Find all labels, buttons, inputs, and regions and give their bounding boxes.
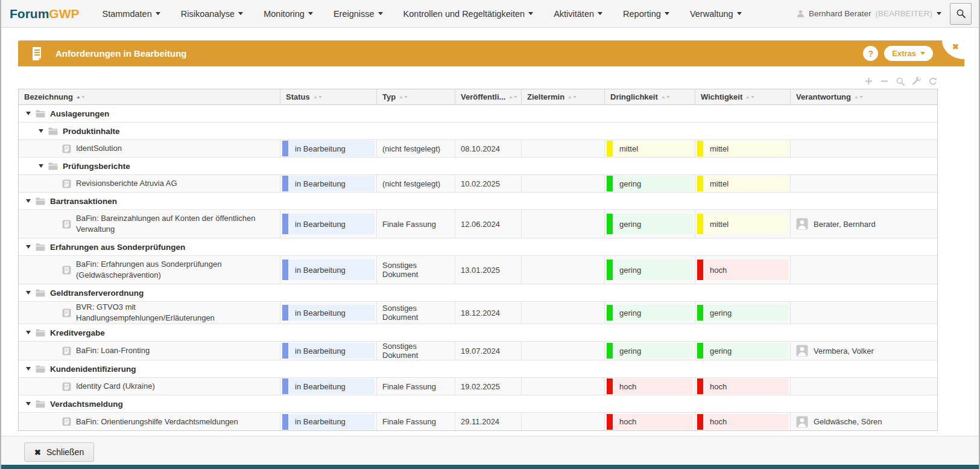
group-row[interactable]: Auslagerungen [19,105,937,123]
wichtigkeit-cell: hoch [695,378,791,395]
dringlichkeit-color-bar [607,260,613,280]
column-header[interactable]: Dringlichkeit [605,89,695,104]
wichtigkeit-cell: hoch [695,256,791,284]
dringlichkeit-label: hoch [613,382,636,391]
collapse-caret-icon[interactable] [26,402,31,406]
menu-item-label: Kontrollen und Regeltätigkeiten [403,9,525,19]
status-cell: in Bearbeitung [280,175,377,192]
column-header[interactable]: Veröffentli... [455,89,522,104]
collapse-all-button[interactable] [880,77,889,86]
group-row[interactable]: Bartransaktionen [19,193,937,210]
dringlichkeit-label: gering [613,346,641,356]
bezeichnung-cell[interactable]: BaFin: Bareinzahlungen auf Konten der öf… [19,210,280,238]
table-row[interactable]: Identity Card (Ukraine) in Bearbeitung F… [19,378,937,395]
collapse-caret-icon[interactable] [26,331,31,334]
close-icon: ✖ [952,42,959,51]
bezeichnung-cell[interactable]: IdentSolution [19,140,280,157]
page-title: Anforderungen in Bearbeitung [55,48,187,59]
zieltermin-cell [522,210,605,238]
table-row[interactable]: BaFin: Loan-Fronting in Bearbeitung Sons… [19,342,937,360]
expand-all-button[interactable] [864,77,873,86]
table-row[interactable]: Revisionsberichte Atruvia AG in Bearbeit… [19,175,937,193]
table-body: Auslagerungen Produktinhalte IdentSoluti… [19,105,937,430]
bezeichnung-cell[interactable]: Identity Card (Ukraine) [19,378,280,395]
menu-item-stammdaten[interactable]: Stammdaten [103,9,160,19]
table-settings-button[interactable] [912,77,922,86]
bezeichnung-cell[interactable]: Revisionsberichte Atruvia AG [19,175,280,192]
item-name: BaFin: Orientierungshilfe Verdachtsmeldu… [76,416,238,427]
column-header[interactable]: Zieltermin [522,89,605,104]
menu-item-aktivit-ten[interactable]: Aktivitäten [554,9,602,19]
bezeichnung-cell[interactable]: BaFin: Orientierungshilfe Verdachtsmeldu… [19,413,280,430]
table-row[interactable]: BaFin: Bareinzahlungen auf Konten der öf… [19,210,937,238]
group-row[interactable]: Verdachtsmeldung [19,395,937,413]
menu-item-monitoring[interactable]: Monitoring [264,9,313,19]
bezeichnung-cell[interactable]: BaFin: Loan-Fronting [19,342,280,360]
table-row[interactable]: IdentSolution in Bearbeitung (nicht fest… [19,140,937,158]
menu-item-reporting[interactable]: Reporting [623,9,669,19]
sort-icon [855,96,863,98]
user-menu[interactable]: Bernhard Berater (BEARBEITER) [797,9,941,18]
table-row[interactable]: BaFin: Orientierungshilfe Verdachtsmeldu… [19,413,937,430]
global-search-button[interactable] [950,3,972,25]
table-header-row: Bezeichnung Status Typ Veröffentli... Zi… [19,89,937,105]
typ-cell: Finale Fassung [377,210,455,238]
menu-item-risikoanalyse[interactable]: Risikoanalyse [181,9,243,19]
table-row[interactable]: BaFin: Erfahrungen aus Sonderprüfungen (… [19,256,937,284]
status-label: in Bearbeitung [288,220,346,229]
menu-item-label: Aktivitäten [554,9,594,19]
close-button[interactable]: ✖ Schließen [24,442,94,462]
veroeffentlichung-cell: 18.12.2024 [455,302,522,324]
collapse-caret-icon[interactable] [39,164,43,168]
wichtigkeit-label: mittel [703,179,729,188]
column-header[interactable]: Bezeichnung [19,89,280,104]
dringlichkeit-color-bar [607,141,613,156]
help-button[interactable]: ? [863,46,878,61]
group-row[interactable]: Geldtransferverordnung [19,284,937,302]
group-row[interactable]: Prüfungsberichte [19,158,937,175]
group-row[interactable]: Kreditvergabe [19,324,937,342]
table-search-button[interactable] [896,77,905,86]
bezeichnung-cell[interactable]: BVR: GTVO3 mit Handlungsempfehlungen/Erl… [19,302,280,324]
sort-icon [399,96,408,98]
dringlichkeit-cell: hoch [605,378,695,395]
menu-item-verwaltung[interactable]: Verwaltung [690,9,742,19]
column-header-label: Verantwortung [796,92,851,101]
group-row[interactable]: Produktinhalte [19,123,937,140]
status-cell: in Bearbeitung [280,378,377,395]
document-icon [62,382,71,391]
dringlichkeit-badge: gering [607,343,693,359]
collapse-caret-icon[interactable] [26,291,31,295]
column-header[interactable]: Typ [377,89,455,104]
app-logo[interactable]: ForumGWP [10,7,80,21]
sort-icon [662,96,670,98]
menu-item-kontrollen-und-regelt-tigkeiten[interactable]: Kontrollen und Regeltätigkeiten [403,9,534,19]
collapse-caret-icon[interactable] [39,129,43,133]
wichtigkeit-badge: hoch [697,260,788,280]
document-icon [62,144,71,153]
panel-actions: ? Extras [863,46,933,61]
zieltermin-cell [522,378,605,395]
column-header[interactable]: Wichtigkeit [695,89,791,104]
minus-icon [880,77,889,86]
panel-header: Anforderungen in Bearbeitung ? Extras ✖ [18,40,964,66]
menu-item-ereignisse[interactable]: Ereignisse [334,9,383,19]
table-refresh-button[interactable] [928,77,938,86]
collapse-caret-icon[interactable] [26,112,31,115]
collapse-caret-icon[interactable] [26,367,31,371]
table-row[interactable]: BVR: GTVO3 mit Handlungsempfehlungen/Erl… [19,302,937,324]
panel-close-button[interactable]: ✖ [942,40,964,59]
extras-button[interactable]: Extras [884,46,933,61]
collapse-caret-icon[interactable] [26,245,31,249]
bezeichnung-cell[interactable]: BaFin: Erfahrungen aus Sonderprüfungen (… [19,256,280,284]
chevron-down-icon [920,52,925,55]
column-header[interactable]: Verantwortung [791,89,937,104]
status-color-bar [282,378,288,394]
folder-icon [35,400,46,409]
column-header[interactable]: Status [280,89,377,104]
folder-icon [35,365,46,374]
group-row[interactable]: Erfahrungen aus Sonderprüfungen [19,238,937,256]
verantwortung-cell: Vermbera, Volker [791,342,937,360]
collapse-caret-icon[interactable] [26,199,31,203]
group-row[interactable]: Kundenidentifizierung [19,360,937,378]
